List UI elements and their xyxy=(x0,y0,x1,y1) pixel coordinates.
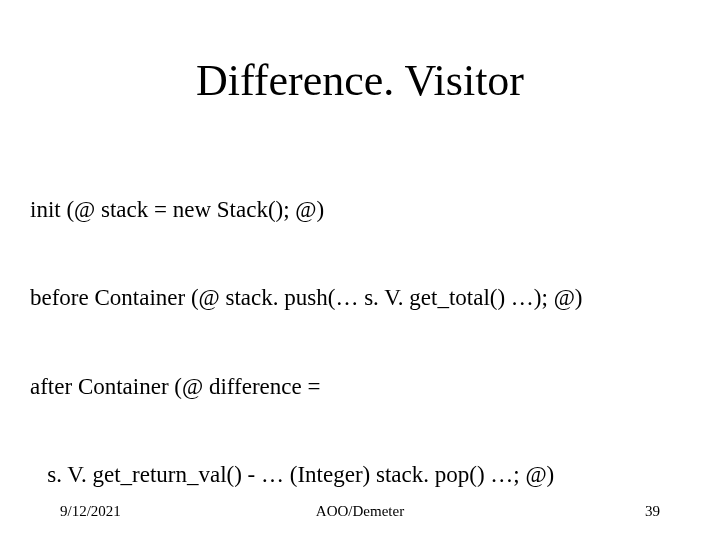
slide-footer: 9/12/2021 AOO/Demeter 39 xyxy=(0,503,720,520)
code-line: s. V. get_return_val() - … (Integer) sta… xyxy=(30,460,690,489)
slide-title: Difference. Visitor xyxy=(30,55,690,106)
code-line: after Container (@ difference = xyxy=(30,372,690,401)
slide-body: init (@ stack = new Stack(); @) before C… xyxy=(30,136,690,540)
code-line: before Container (@ stack. push(… s. V. … xyxy=(30,283,690,312)
footer-center: AOO/Demeter xyxy=(0,503,720,520)
code-line: init (@ stack = new Stack(); @) xyxy=(30,195,690,224)
slide: Difference. Visitor init (@ stack = new … xyxy=(0,0,720,540)
